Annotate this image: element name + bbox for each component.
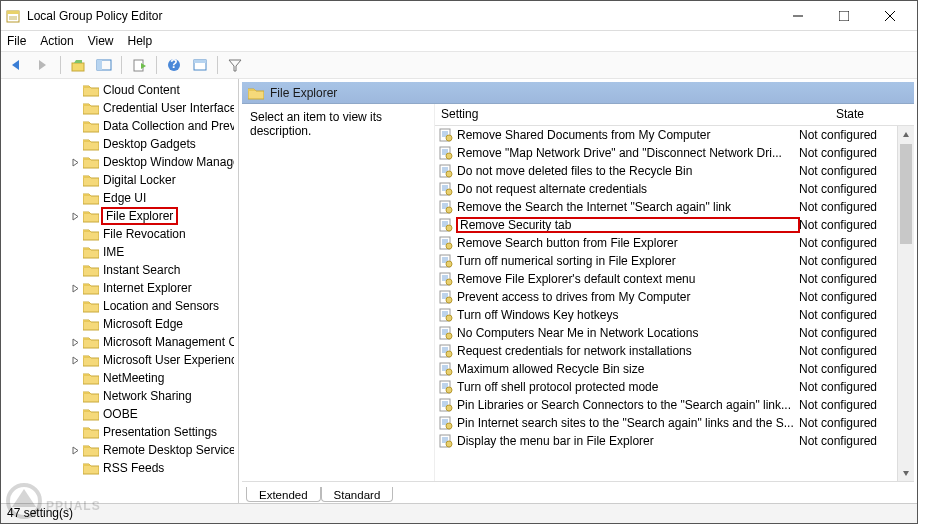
- maximize-button[interactable]: [821, 2, 867, 30]
- setting-state: Not configured: [799, 398, 893, 412]
- folder-icon: [248, 86, 264, 100]
- setting-name: Remove File Explorer's default context m…: [457, 272, 799, 286]
- expander-icon[interactable]: [69, 444, 81, 456]
- up-button[interactable]: [66, 54, 90, 76]
- setting-row[interactable]: Turn off numerical sorting in File Explo…: [435, 252, 914, 270]
- svg-marker-163: [903, 132, 909, 137]
- tree-item[interactable]: Microsoft Management Console: [1, 333, 238, 351]
- show-hide-tree-button[interactable]: [92, 54, 116, 76]
- setting-state: Not configured: [799, 146, 893, 160]
- column-header-state[interactable]: State: [803, 104, 897, 125]
- setting-row[interactable]: Remove Security tabNot configured: [435, 216, 914, 234]
- setting-name: No Computers Near Me in Network Location…: [457, 326, 799, 340]
- folder-icon: [83, 119, 99, 133]
- menu-file[interactable]: File: [7, 34, 26, 48]
- menu-help[interactable]: Help: [128, 34, 153, 48]
- setting-row[interactable]: Do not request alternate credentialsNot …: [435, 180, 914, 198]
- help-button[interactable]: ?: [162, 54, 186, 76]
- tab-extended[interactable]: Extended: [246, 487, 321, 502]
- tree-item[interactable]: Digital Locker: [1, 171, 238, 189]
- scroll-down-arrow[interactable]: [898, 464, 914, 481]
- svg-rect-1: [7, 11, 19, 14]
- tree-item[interactable]: Microsoft User Experience: [1, 351, 238, 369]
- tree-item[interactable]: Network Sharing: [1, 387, 238, 405]
- svg-marker-29: [73, 159, 78, 166]
- expander-icon[interactable]: [69, 336, 81, 348]
- setting-row[interactable]: Remove File Explorer's default context m…: [435, 270, 914, 288]
- tree-item[interactable]: Data Collection and Preview: [1, 117, 238, 135]
- tree-item[interactable]: Microsoft Edge: [1, 315, 238, 333]
- setting-row[interactable]: Pin Libraries or Search Connectors to th…: [435, 396, 914, 414]
- tree-item[interactable]: File Explorer: [1, 207, 238, 225]
- scroll-up-arrow[interactable]: [898, 126, 914, 143]
- tree-item-label: RSS Feeds: [103, 461, 164, 475]
- forward-button[interactable]: [31, 54, 55, 76]
- setting-row[interactable]: Remove "Map Network Drive" and "Disconne…: [435, 144, 914, 162]
- policy-icon: [439, 272, 453, 286]
- filter-button[interactable]: [223, 54, 247, 76]
- tree-item-label: Presentation Settings: [103, 425, 217, 439]
- setting-row[interactable]: Pin Internet search sites to the "Search…: [435, 414, 914, 432]
- tree-item[interactable]: Desktop Gadgets: [1, 135, 238, 153]
- scroll-thumb[interactable]: [900, 144, 912, 244]
- setting-row[interactable]: Request credentials for network installa…: [435, 342, 914, 360]
- folder-icon: [83, 83, 99, 97]
- settings-list: Setting State Remove Shared Documents fr…: [434, 104, 914, 481]
- tree-item[interactable]: Cloud Content: [1, 81, 238, 99]
- setting-row[interactable]: No Computers Near Me in Network Location…: [435, 324, 914, 342]
- minimize-button[interactable]: [775, 2, 821, 30]
- setting-name: Prevent access to drives from My Compute…: [457, 290, 799, 304]
- properties-button[interactable]: [188, 54, 212, 76]
- expander-icon[interactable]: [69, 354, 81, 366]
- setting-row[interactable]: Maximum allowed Recycle Bin sizeNot conf…: [435, 360, 914, 378]
- setting-row[interactable]: Display the menu bar in File ExplorerNot…: [435, 432, 914, 450]
- tree-item[interactable]: Presentation Settings: [1, 423, 238, 441]
- setting-name: Maximum allowed Recycle Bin size: [457, 362, 799, 376]
- svg-point-162: [446, 441, 452, 447]
- setting-row[interactable]: Remove the Search the Internet "Search a…: [435, 198, 914, 216]
- tree-item[interactable]: NetMeeting: [1, 369, 238, 387]
- tree-item-label: Desktop Window Manager: [103, 155, 234, 169]
- folder-icon: [83, 425, 99, 439]
- tree-item[interactable]: Edge UI: [1, 189, 238, 207]
- menu-action[interactable]: Action: [40, 34, 73, 48]
- tree-item[interactable]: Credential User Interface: [1, 99, 238, 117]
- column-header-setting[interactable]: Setting: [435, 104, 803, 125]
- svg-point-97: [446, 207, 452, 213]
- svg-point-87: [446, 171, 452, 177]
- back-button[interactable]: [5, 54, 29, 76]
- policy-icon: [439, 254, 453, 268]
- expander-icon[interactable]: [69, 210, 81, 222]
- setting-row[interactable]: Remove Shared Documents from My Computer…: [435, 126, 914, 144]
- pane-header-title: File Explorer: [270, 86, 337, 100]
- tab-standard[interactable]: Standard: [321, 487, 394, 502]
- tree-item[interactable]: Internet Explorer: [1, 279, 238, 297]
- expander-icon[interactable]: [69, 282, 81, 294]
- menu-view[interactable]: View: [88, 34, 114, 48]
- policy-icon: [439, 416, 453, 430]
- setting-row[interactable]: Remove Search button from File ExplorerN…: [435, 234, 914, 252]
- policy-icon: [439, 362, 453, 376]
- folder-icon: [83, 101, 99, 115]
- tree-item[interactable]: Desktop Window Manager: [1, 153, 238, 171]
- tree-item[interactable]: OOBE: [1, 405, 238, 423]
- export-button[interactable]: [127, 54, 151, 76]
- setting-name: Remove Security tab: [457, 218, 799, 232]
- tree-item[interactable]: RSS Feeds: [1, 459, 238, 477]
- vertical-scrollbar[interactable]: [897, 126, 914, 481]
- tree-item[interactable]: Instant Search: [1, 261, 238, 279]
- setting-row[interactable]: Prevent access to drives from My Compute…: [435, 288, 914, 306]
- tree-pane: Cloud ContentCredential User InterfaceDa…: [1, 79, 239, 503]
- setting-row[interactable]: Turn off shell protocol protected modeNo…: [435, 378, 914, 396]
- close-button[interactable]: [867, 2, 913, 30]
- setting-row[interactable]: Do not move deleted files to the Recycle…: [435, 162, 914, 180]
- tree-item[interactable]: IME: [1, 243, 238, 261]
- expander-icon[interactable]: [69, 156, 81, 168]
- tree-item[interactable]: Remote Desktop Services: [1, 441, 238, 459]
- tree-item[interactable]: Location and Sensors: [1, 297, 238, 315]
- folder-icon: [83, 281, 99, 295]
- policy-icon: [439, 146, 453, 160]
- setting-row[interactable]: Turn off Windows Key hotkeysNot configur…: [435, 306, 914, 324]
- tree-item[interactable]: File Revocation: [1, 225, 238, 243]
- setting-name: Remove "Map Network Drive" and "Disconne…: [457, 146, 799, 160]
